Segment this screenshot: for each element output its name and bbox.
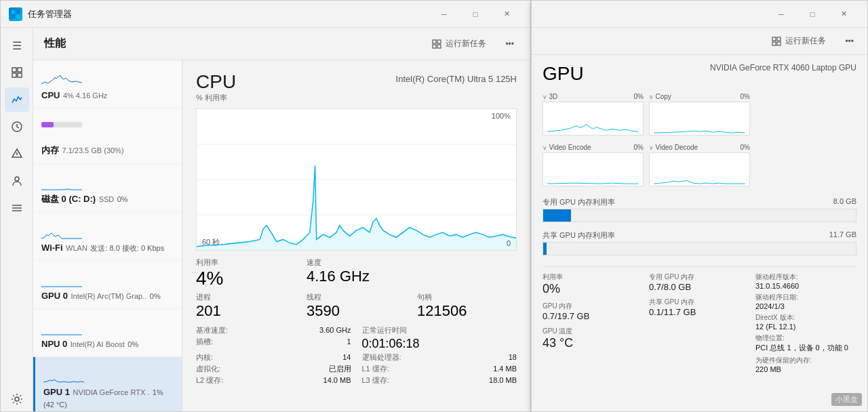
- cpu-mini-graph: [41, 67, 82, 87]
- wifi-name: Wi-Fi: [41, 243, 63, 253]
- close-button[interactable]: ✕: [491, 3, 522, 25]
- gpu-run-task-label: 运行新任务: [785, 35, 826, 47]
- panel-header: CPU % 利用率 Intel(R) Core(TM) Ultra 5 125H: [182, 60, 530, 108]
- performance-title: 性能: [44, 37, 427, 51]
- gpu-video-encode-chart: [542, 152, 644, 186]
- gpu-body: GPU NVIDIA GeForce RTX 4060 Laptop GPU ∨…: [532, 55, 867, 411]
- sidebar-performance-button[interactable]: [5, 87, 29, 112]
- icon-sidebar: ☰: [1, 28, 33, 411]
- core-value: 14: [342, 353, 351, 361]
- svg-rect-25: [777, 37, 781, 41]
- wifi-mini-graph: [41, 220, 82, 240]
- gpu-video-decode-chart-item: ∨ Video Decode 0%: [649, 144, 750, 186]
- utilization-stat: 利用率 4%: [196, 258, 296, 289]
- gpu-temp-stat: GPU 温度 43 °C: [542, 327, 644, 350]
- l2-value: 14.0 MB: [323, 376, 351, 384]
- device-item-cpu[interactable]: CPU 4% 4.16 GHz: [33, 60, 182, 108]
- sidebar-settings-button[interactable]: [5, 387, 29, 411]
- title-bar: 任务管理器 ─ □ ✕: [1, 1, 530, 28]
- dedicated-mem-label: 专用 GPU 内存利用率: [542, 197, 615, 207]
- thread-value: 3590: [307, 302, 406, 320]
- gpu-maximize-button[interactable]: □: [797, 3, 828, 25]
- logical-row: 逻辑处理器: 18: [362, 352, 517, 363]
- virtual-row: 虚拟化: 已启用: [196, 364, 351, 374]
- gpu-col1: 利用率 0% GPU 内存 0.7/19.7 GB GPU 温度 43 °C: [542, 272, 644, 373]
- gpu-video-empty: [755, 144, 856, 186]
- svg-rect-5: [18, 68, 22, 72]
- wifi-sub: WLAN: [66, 244, 87, 252]
- reserved-mem-value: 220 MB: [755, 365, 856, 373]
- l2-row: L2 缓存: 14.0 MB: [196, 375, 351, 386]
- gpu-mem-label: GPU 内存: [542, 302, 644, 311]
- gpu-minimize-button[interactable]: ─: [766, 3, 797, 25]
- gpu-3d-label-text: ∨ 3D: [542, 93, 557, 100]
- npu0-name: NPU 0: [41, 339, 67, 349]
- sidebar-startup-button[interactable]: [5, 142, 29, 166]
- utilization-value: 4%: [196, 268, 296, 289]
- gpu-mem-value: 0.7/19.7 GB: [542, 311, 644, 321]
- device-item-wifi[interactable]: Wi-Fi WLAN 发送: 8.0 接收: 0 Kbps: [33, 213, 182, 261]
- sidebar-users-button[interactable]: [5, 169, 29, 193]
- sidebar-processes-button[interactable]: [5, 60, 29, 85]
- memory-mini-graph: [41, 122, 82, 142]
- baseline-speed-value: 3.60 GHz: [319, 326, 351, 334]
- shared-mem-value: 11.7 GB: [829, 230, 856, 241]
- directx-label: DirectX 版本:: [755, 313, 856, 323]
- axis-label: % 利用率: [196, 93, 236, 103]
- reserved-mem-item: 为硬件保留的内存: 220 MB: [755, 356, 856, 373]
- sidebar-details-button[interactable]: [5, 196, 29, 220]
- utilization-label: 利用率: [196, 258, 296, 268]
- device-item-gpu0[interactable]: GPU 0 Intel(R) Arc(TM) Grap.. 0%: [33, 261, 182, 309]
- wifi-value: 发送: 8.0 接收: 0 Kbps: [90, 244, 164, 252]
- sidebar-menu-button[interactable]: ☰: [5, 33, 29, 58]
- driver-version-label: 驱动程序版本:: [755, 272, 856, 282]
- disk-name: 磁盘 0 (C: D:): [41, 194, 96, 204]
- driver-date-label: 驱动程序日期:: [755, 293, 856, 302]
- device-item-npu0[interactable]: NPU 0 Intel(R) AI Boost 0%: [33, 309, 182, 357]
- driver-date-item: 驱动程序日期: 2024/1/3: [755, 293, 856, 310]
- dedicated-mem-bar: [542, 209, 856, 222]
- gpu-top-bar: 运行新任务 •••: [532, 28, 867, 55]
- minimize-button[interactable]: ─: [429, 3, 460, 25]
- maximize-button[interactable]: □: [460, 3, 491, 25]
- svg-rect-24: [772, 37, 776, 41]
- gpu-close-button[interactable]: ✕: [828, 3, 859, 25]
- svg-rect-2: [12, 15, 15, 18]
- more-options-button[interactable]: •••: [500, 37, 519, 52]
- npu0-mini-graph: [41, 316, 82, 336]
- speed-stat: 速度 4.16 GHz: [307, 258, 406, 289]
- svg-rect-6: [12, 73, 16, 77]
- device-item-memory[interactable]: 内存 7.1/23.5 GB (30%): [33, 108, 182, 164]
- gpu-charts-row: ∨ 3D 0% ∨ Copy 0%: [542, 93, 856, 136]
- speed-value: 4.16 GHz: [307, 268, 406, 285]
- gpu-title: GPU: [542, 63, 584, 85]
- driver-date-value: 2024/1/3: [755, 302, 856, 310]
- gpu0-mini-graph: [41, 268, 82, 288]
- disk-sub: SSD: [99, 195, 115, 203]
- gpu0-name: GPU 0: [41, 291, 68, 301]
- physical-location-item: 物理位置: PCI 总线 1，设备 0，功能 0: [755, 333, 856, 353]
- run-task-button[interactable]: 运行新任务: [427, 35, 492, 52]
- gpu-run-task-button[interactable]: 运行新任务: [766, 33, 831, 49]
- l3-row: L3 缓存: 18.0 MB: [362, 375, 517, 386]
- gpu0-value: 0%: [150, 292, 161, 300]
- l3-value: 18.0 MB: [489, 376, 517, 384]
- sidebar-history-button[interactable]: [5, 115, 29, 139]
- disk-value: 0%: [117, 195, 128, 203]
- shared-mem-section: 共享 GPU 内存利用率 11.7 GB: [542, 230, 856, 261]
- gpu-video-encode-label-text: ∨ Video Encode: [542, 144, 591, 151]
- content-area: 性能 运行新任务 •••: [33, 28, 530, 411]
- panel-title: CPU: [196, 71, 236, 93]
- svg-point-11: [15, 177, 19, 181]
- gpu-3d-chart: [542, 102, 644, 136]
- gpu-video-decode-value: 0%: [741, 144, 750, 151]
- svg-rect-26: [772, 42, 776, 45]
- driver-version-value: 31.0.15.4660: [755, 282, 856, 290]
- gpu-window: ─ □ ✕ 运行新任务 ••• GPU NVIDIA GeForce RTX 4…: [531, 0, 868, 412]
- gpu-more-options[interactable]: •••: [840, 34, 859, 49]
- gpu0-sub: Intel(R) Arc(TM) Grap..: [71, 292, 146, 300]
- uptime-row: 正常运行时间: [362, 325, 517, 335]
- gpu-copy-chart-item: ∨ Copy 0%: [649, 93, 750, 136]
- device-item-disk[interactable]: 磁盘 0 (C: D:) SSD 0%: [33, 164, 182, 213]
- device-item-gpu1[interactable]: GPU 1 NVIDIA GeForce RTX . 1% (42 °C): [33, 357, 182, 411]
